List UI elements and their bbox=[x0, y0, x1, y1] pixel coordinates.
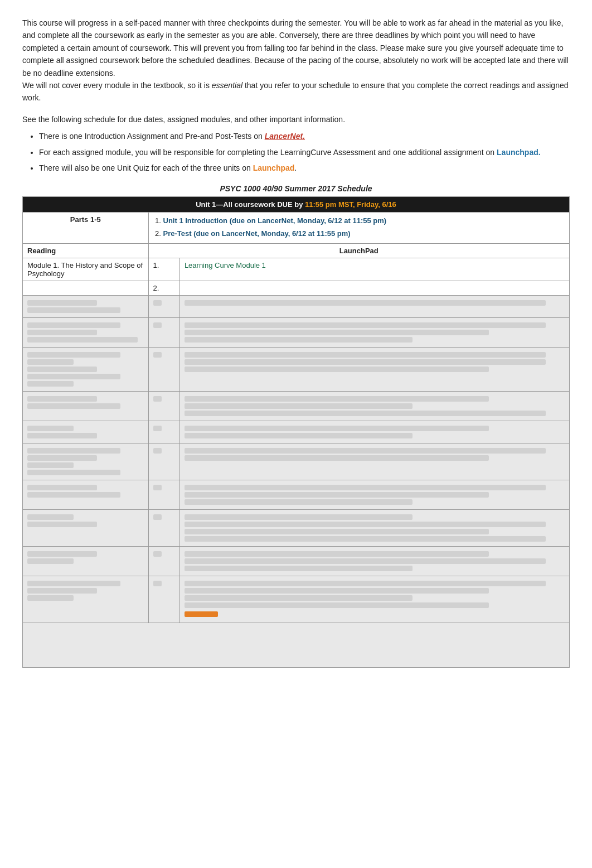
blurred-launchpad-10 bbox=[179, 576, 569, 623]
module1-row: Module 1. The History and Scope of Psych… bbox=[23, 258, 570, 281]
unit-intro-item-2: Pre-Test (due on LancerNet, Monday, 6/12… bbox=[163, 228, 565, 239]
blurred-num-8 bbox=[148, 510, 179, 547]
blurred-num-6 bbox=[148, 443, 179, 480]
blurred-reading-4 bbox=[23, 392, 149, 421]
intro-paragraph: This course will progress in a self-pace… bbox=[22, 17, 570, 104]
module1-launchpad: Learning Curve Module 1 bbox=[179, 258, 569, 281]
blurred-row-8 bbox=[23, 510, 570, 547]
blurred-launchpad-1 bbox=[179, 296, 569, 318]
unit-intro-link-1: Unit 1 Introduction (due on LancerNet, M… bbox=[163, 216, 387, 225]
blurred-num-10 bbox=[148, 576, 179, 623]
launchpad-link-2: Launchpad bbox=[253, 163, 295, 172]
parts-header: Parts 1-5 bbox=[23, 213, 149, 244]
blurred-launchpad-6 bbox=[179, 443, 569, 480]
blurred-num-2 bbox=[148, 318, 179, 348]
blurred-num-1 bbox=[148, 296, 179, 318]
blurred-launchpad-7 bbox=[179, 480, 569, 510]
bullet-item-2: For each assigned module, you will be re… bbox=[39, 146, 570, 158]
blurred-reading-6 bbox=[23, 443, 149, 480]
blurred-row-10 bbox=[23, 576, 570, 623]
blurred-launchpad-4 bbox=[179, 392, 569, 421]
schedule-intro-text: See the following schedule for due dates… bbox=[22, 113, 570, 126]
learning-curve-module-link: Learning Curve Module 1 bbox=[185, 261, 266, 269]
column-headers-row: Parts 1-5 Unit 1 Introduction (due on La… bbox=[23, 213, 570, 244]
blurred-launchpad-2 bbox=[179, 318, 569, 348]
blurred-row-5 bbox=[23, 421, 570, 443]
blurred-reading-2 bbox=[23, 318, 149, 348]
blurred-row-2 bbox=[23, 318, 570, 348]
module1-reading-empty bbox=[23, 281, 149, 296]
blurred-row-1 bbox=[23, 296, 570, 318]
blurred-reading-1 bbox=[23, 296, 149, 318]
blurred-reading-5 bbox=[23, 421, 149, 443]
blurred-reading-3 bbox=[23, 348, 149, 392]
blurred-reading-10 bbox=[23, 576, 149, 623]
schedule-table: Unit 1—All coursework DUE by 11:55 pm MS… bbox=[22, 196, 570, 667]
reading-header: Reading bbox=[23, 244, 149, 258]
blurred-row-empty bbox=[23, 623, 570, 667]
module1-row2: 2. bbox=[23, 281, 570, 296]
unit1-header-cell: Unit 1—All coursework DUE by 11:55 pm MS… bbox=[23, 197, 570, 213]
blurred-launchpad-5 bbox=[179, 421, 569, 443]
launchpad-link-1[interactable]: Launchpad. bbox=[497, 148, 541, 157]
blurred-launchpad-9 bbox=[179, 547, 569, 576]
blurred-num-5 bbox=[148, 421, 179, 443]
blurred-num-7 bbox=[148, 480, 179, 510]
sub-header-row: Reading LaunchPad bbox=[23, 244, 570, 258]
unit-intro-item-1: Unit 1 Introduction (due on LancerNet, M… bbox=[163, 215, 565, 226]
blurred-row-4 bbox=[23, 392, 570, 421]
unit-intro-list: Unit 1 Introduction (due on LancerNet, M… bbox=[163, 215, 565, 239]
blurred-num-3 bbox=[148, 348, 179, 392]
blurred-row-9 bbox=[23, 547, 570, 576]
blurred-launchpad-3 bbox=[179, 348, 569, 392]
bullet-item-3: There will also be one Unit Quiz for eac… bbox=[39, 162, 570, 174]
blurred-row-6 bbox=[23, 443, 570, 480]
module1-reading: Module 1. The History and Scope of Psych… bbox=[23, 258, 149, 281]
module1-num2: 2. bbox=[148, 281, 179, 296]
blurred-row-7 bbox=[23, 480, 570, 510]
blurred-launchpad-8 bbox=[179, 510, 569, 547]
blurred-row-3 bbox=[23, 348, 570, 392]
blurred-reading-7 bbox=[23, 480, 149, 510]
bullet-list: There is one Introduction Assignment and… bbox=[39, 130, 570, 174]
launchpad-header: LaunchPad bbox=[148, 244, 570, 258]
blurred-num-4 bbox=[148, 392, 179, 421]
unit-intro-link-2: Pre-Test (due on LancerNet, Monday, 6/12… bbox=[163, 229, 351, 238]
lancernet-link-1[interactable]: LancerNet. bbox=[265, 132, 305, 141]
module1-launchpad2 bbox=[179, 281, 569, 296]
bullet-item-1: There is one Introduction Assignment and… bbox=[39, 130, 570, 142]
schedule-title: PSYC 1000 40/90 Summer 2017 Schedule bbox=[22, 184, 570, 193]
blurred-reading-9 bbox=[23, 547, 149, 576]
unit1-deadline: 11:55 pm MST, Friday, 6/16 bbox=[305, 200, 396, 209]
unit1-header-row: Unit 1—All coursework DUE by 11:55 pm MS… bbox=[23, 197, 570, 213]
module1-num: 1. bbox=[148, 258, 179, 281]
empty-bottom-row bbox=[23, 623, 570, 667]
blurred-num-9 bbox=[148, 547, 179, 576]
blurred-reading-8 bbox=[23, 510, 149, 547]
